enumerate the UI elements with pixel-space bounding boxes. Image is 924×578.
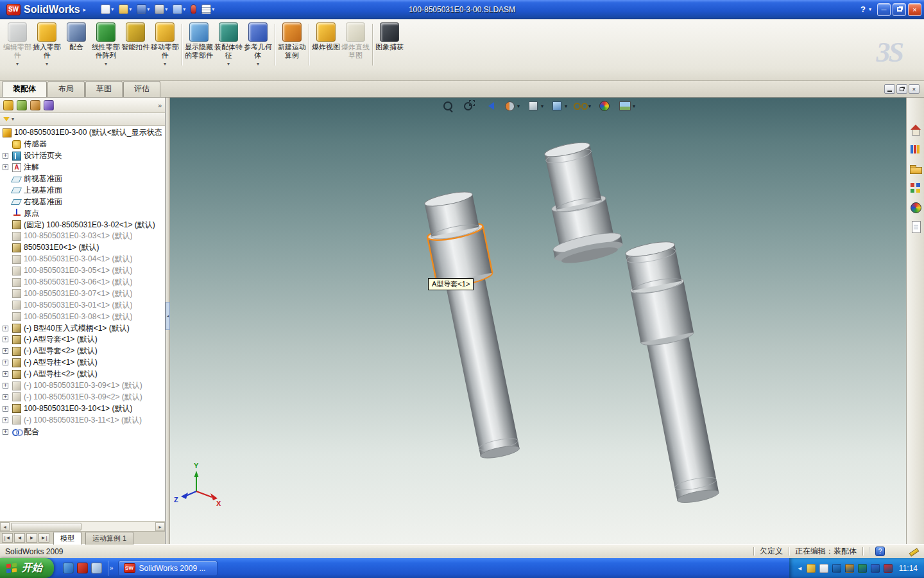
app-logo[interactable]: SW SolidWorks ▸ [3, 4, 90, 15]
new-motion-study-button[interactable]: 新建运动算例 [277, 21, 307, 61]
move-component-button[interactable]: 移动零部件▾ [150, 21, 180, 68]
tree-filter-bar[interactable]: ▾ [0, 113, 165, 126]
tree-item[interactable]: 100-8505031E0-3-08<1> (默认) [0, 311, 165, 322]
tree-item[interactable]: 前视基准面 [0, 173, 165, 185]
featuremanager-tab-icon[interactable] [3, 100, 13, 110]
select-button[interactable] [189, 3, 198, 15]
menu-expand-arrow-icon[interactable]: ▸ [83, 6, 87, 13]
expand-toggle[interactable]: + [3, 337, 8, 342]
linear-component-pattern-button[interactable]: 线性零部件阵列▾ [91, 21, 121, 68]
display-style-button[interactable]: ▾ [550, 100, 567, 112]
tree-item[interactable]: +A注解 [0, 162, 165, 173]
tree-item[interactable]: 100-8505031E0-3-01<1> (默认) [0, 299, 165, 311]
dropdown-arrow-icon[interactable]: ▾ [588, 103, 591, 109]
explode-line-sketch-button[interactable]: 爆炸直线草图 [341, 21, 370, 61]
doc-close-button[interactable]: × [909, 84, 920, 94]
last-tab-button[interactable]: ►| [38, 533, 49, 543]
image-capture-button[interactable]: 图象捕获 [375, 21, 404, 53]
expand-toggle[interactable]: + [3, 394, 8, 400]
scrollbar-thumb[interactable] [11, 523, 81, 530]
part-guide-post[interactable] [622, 239, 725, 507]
tree-item[interactable]: +(-) 100-8505031E0-3-09<1> (默认) [0, 380, 165, 392]
tree-item[interactable]: 100-8505031E0-3-00 (默认<默认_显示状态 [0, 127, 165, 139]
dropdown-arrow-icon[interactable]: ▾ [541, 103, 543, 109]
hide-show-items-button[interactable]: ▾ [574, 100, 591, 112]
help-dropdown-arrow-icon[interactable]: ▾ [869, 6, 871, 12]
panel-overflow-chevron-icon[interactable]: » [158, 101, 162, 109]
tree-item[interactable]: 100-8505031E0-3-05<1> (默认) [0, 265, 165, 277]
new-document-button[interactable]: ▾ [99, 3, 116, 15]
tab-assembly[interactable]: 装配体 [2, 81, 47, 97]
prev-tab-button[interactable]: ◄ [14, 533, 25, 543]
expand-toggle[interactable]: + [3, 371, 8, 377]
tree-item[interactable]: 传感器 [0, 139, 165, 150]
expand-toggle[interactable]: + [3, 164, 8, 170]
section-view-button[interactable]: ▾ [502, 100, 520, 112]
tree-item[interactable]: 8505031E0<1> (默认) [0, 242, 165, 254]
tray-icon-4[interactable] [871, 564, 880, 573]
tree-item[interactable]: +配合 [0, 426, 165, 437]
filter-dropdown-arrow-icon[interactable]: ▾ [12, 116, 14, 122]
tray-icon-3[interactable] [858, 564, 867, 573]
custom-properties-button[interactable] [909, 220, 923, 234]
tree-item[interactable]: 原点 [0, 207, 165, 219]
dropdown-arrow-icon[interactable]: ▾ [105, 61, 107, 67]
dropdown-arrow-icon[interactable]: ▾ [164, 61, 166, 67]
tree-item[interactable]: 100-8505031E0-3-04<1> (默认) [0, 254, 165, 265]
ime-pen-icon[interactable] [807, 564, 816, 573]
part-guide-bushing-2[interactable] [533, 137, 625, 267]
part-guide-bushing-1-selected[interactable] [420, 188, 528, 462]
tray-icon-5[interactable] [884, 564, 893, 573]
tab-motion-study-1[interactable]: 运动算例 1 [85, 532, 133, 545]
save-document-button[interactable]: ▾ [135, 3, 151, 15]
configurationmanager-tab-icon[interactable] [30, 100, 40, 110]
show-desktop-icon[interactable] [91, 563, 102, 574]
tray-icon-1[interactable] [832, 564, 841, 573]
tab-layout[interactable]: 布局 [47, 81, 85, 97]
tree-item[interactable]: 100-8505031E0-3-07<1> (默认) [0, 288, 165, 299]
graphics-viewport[interactable]: Y X Z ▾▾▾▾▾ A型导套<1> [170, 98, 906, 544]
dropdown-arrow-icon[interactable]: ▾ [565, 103, 567, 109]
file-explorer-button[interactable] [909, 162, 923, 176]
smart-fasteners-button[interactable]: 智能扣件 [121, 21, 150, 53]
expand-toggle[interactable]: + [3, 417, 8, 423]
viewport-canvas[interactable]: Y X Z [170, 98, 905, 544]
design-library-button[interactable] [909, 143, 923, 157]
tree-item[interactable]: 右视基准面 [0, 196, 165, 207]
dimxpertmanager-tab-icon[interactable] [44, 100, 54, 110]
tree-horizontal-scrollbar[interactable]: ◄ ► [0, 521, 165, 531]
exploded-view-button[interactable]: 爆炸视图 [311, 21, 341, 53]
help-button[interactable]: ? [859, 4, 867, 14]
doc-restore-button[interactable] [896, 84, 907, 94]
edit-appearance-button[interactable] [597, 100, 612, 112]
tree-item[interactable]: +(-) 100-8505031E0-3-11<1> (默认) [0, 414, 165, 426]
zoom-fit-button[interactable] [441, 100, 455, 112]
dropdown-arrow-icon[interactable]: ▾ [16, 61, 19, 67]
expand-toggle[interactable]: + [3, 406, 8, 412]
tree-item[interactable]: 100-8505031E0-3-06<1> (默认) [0, 277, 165, 288]
first-tab-button[interactable]: |◄ [2, 533, 13, 543]
tab-evaluate[interactable]: 评估 [123, 81, 160, 97]
tree-item[interactable]: +(-) A型导套<2> (默认) [0, 346, 165, 357]
tree-item[interactable]: (固定) 100-8505031E0-3-02<1> (默认) [0, 219, 165, 231]
splitter-collapse-handle[interactable]: ◄ [166, 302, 170, 330]
tree-item[interactable]: +设计活页夹 [0, 150, 165, 162]
expand-toggle[interactable]: + [3, 360, 8, 365]
view-orientation-button[interactable]: ▾ [526, 100, 543, 112]
tree-item[interactable]: 上视基准面 [0, 184, 165, 196]
tree-item[interactable]: 100-8505031E0-3-03<1> (默认) [0, 231, 165, 242]
tab-model[interactable]: 模型 [53, 532, 81, 545]
panel-splitter[interactable]: ◄ [166, 98, 170, 544]
tray-icon-2[interactable] [845, 564, 854, 573]
scroll-left-button[interactable]: ◄ [0, 522, 10, 531]
next-tab-button[interactable]: ► [26, 533, 37, 543]
reference-geometry-button[interactable]: 参考几何体▾ [243, 21, 273, 68]
dropdown-arrow-icon[interactable]: ▾ [46, 61, 48, 67]
assembly-features-button[interactable]: 装配体特征▾ [214, 21, 243, 68]
tab-sketch[interactable]: 草图 [85, 81, 123, 97]
tray-collapse-chevron-icon[interactable]: ◄ [797, 565, 803, 572]
tree-item[interactable]: +(-) A型导柱<1> (默认) [0, 357, 165, 369]
mate-button[interactable]: 配合 [62, 21, 91, 53]
tree-item[interactable]: +100-8505031E0-3-10<1> (默认) [0, 403, 165, 414]
dropdown-arrow-icon[interactable]: ▾ [257, 61, 259, 67]
